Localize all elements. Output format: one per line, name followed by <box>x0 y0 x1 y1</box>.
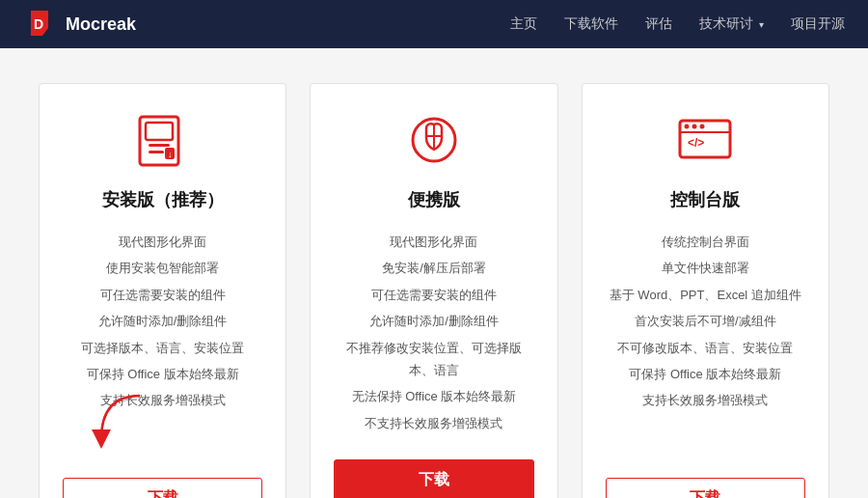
svg-text:D: D <box>34 16 43 32</box>
feature-item: 传统控制台界面 <box>606 229 805 255</box>
install-icon: ↓ <box>132 111 194 173</box>
svg-rect-3 <box>146 123 173 140</box>
feature-item: 现代图形化界面 <box>63 229 262 255</box>
card-portable-features: 现代图形化界面 免安装/解压后部署 可任选需要安装的组件 允许随时添加/删除组件… <box>334 229 533 436</box>
card-console-features: 传统控制台界面 单文件快速部署 基于 Word、PPT、Excel 追加组件 首… <box>606 229 805 414</box>
chevron-down-icon: ▾ <box>759 19 764 30</box>
feature-item: 现代图形化界面 <box>334 229 533 255</box>
portable-download-button[interactable]: 下载 <box>334 459 533 498</box>
main-content: ↓ 安装版（推荐） 现代图形化界面 使用安装包智能部署 可任选需要安装的组件 允… <box>0 48 868 498</box>
svg-text:↓: ↓ <box>168 150 173 159</box>
install-download-button[interactable]: 下载 <box>63 478 262 498</box>
feature-item: 可任选需要安装的组件 <box>63 282 262 308</box>
feature-item: 允许随时添加/删除组件 <box>63 308 262 334</box>
nav-evaluate[interactable]: 评估 <box>645 15 672 33</box>
feature-item: 允许随时添加/删除组件 <box>334 308 533 334</box>
feature-item: 可任选需要安装的组件 <box>334 282 533 308</box>
feature-item: 基于 Word、PPT、Excel 追加组件 <box>606 282 805 308</box>
brand-name: Mocreak <box>66 14 136 35</box>
svg-point-13 <box>685 124 690 129</box>
card-install: ↓ 安装版（推荐） 现代图形化界面 使用安装包智能部署 可任选需要安装的组件 允… <box>39 83 286 498</box>
nav-download[interactable]: 下载软件 <box>564 15 618 33</box>
card-install-title: 安装版（推荐） <box>102 188 224 211</box>
feature-item: 可选择版本、语言、安装位置 <box>63 335 262 361</box>
feature-item: 首次安装后不可增/减组件 <box>606 308 805 334</box>
feature-item: 支持长效服务增强模式 <box>606 387 805 413</box>
nav-tech[interactable]: 技术研讨 ▾ <box>699 15 764 33</box>
feature-item: 免安装/解压后部署 <box>334 255 533 281</box>
card-console: </> 控制台版 传统控制台界面 单文件快速部署 基于 Word、PPT、Exc… <box>582 83 829 498</box>
feature-item: 无法保持 Office 版本始终最新 <box>334 383 533 409</box>
nav-home[interactable]: 主页 <box>510 15 537 33</box>
navbar: D Mocreak 主页 下载软件 评估 技术研讨 ▾ 项目开源 <box>0 0 868 48</box>
feature-item: 使用安装包智能部署 <box>63 255 262 281</box>
card-portable-title: 便携版 <box>408 188 460 211</box>
svg-point-15 <box>700 124 705 129</box>
feature-item: 不可修改版本、语言、安装位置 <box>606 335 805 361</box>
svg-text:</>: </> <box>688 136 704 150</box>
feature-item: 可保持 Office 版本始终最新 <box>63 361 262 387</box>
arrow-icon <box>72 391 149 449</box>
console-download-button[interactable]: 下载 <box>606 478 805 498</box>
card-portable: 便携版 现代图形化界面 免安装/解压后部署 可任选需要安装的组件 允许随时添加/… <box>310 83 557 498</box>
logo-icon: D <box>23 9 54 40</box>
feature-item: 不支持长效服务增强模式 <box>334 410 533 436</box>
card-console-title: 控制台版 <box>670 188 740 211</box>
portable-icon <box>403 111 465 173</box>
svg-rect-5 <box>149 151 164 153</box>
nav-links: 主页 下载软件 评估 技术研讨 ▾ 项目开源 <box>510 15 845 33</box>
card-install-features: 现代图形化界面 使用安装包智能部署 可任选需要安装的组件 允许随时添加/删除组件… <box>63 229 262 414</box>
console-icon: </> <box>674 111 736 173</box>
svg-rect-4 <box>149 144 170 147</box>
nav-open-source[interactable]: 项目开源 <box>791 15 845 33</box>
feature-item: 不推荐修改安装位置、可选择版本、语言 <box>334 335 533 384</box>
feature-item: 可保持 Office 版本始终最新 <box>606 361 805 387</box>
feature-item: 单文件快速部署 <box>606 255 805 281</box>
svg-point-14 <box>692 124 697 129</box>
